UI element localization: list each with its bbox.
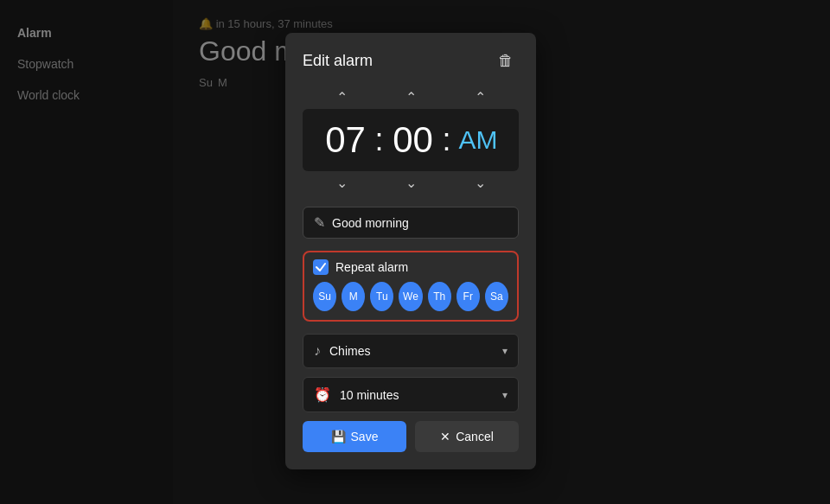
alarm-name-field[interactable]: ✎ [303,207,519,239]
repeat-checkbox[interactable] [313,259,329,275]
delete-alarm-button[interactable]: 🗑 [493,50,519,72]
time-period[interactable]: AM [455,125,502,155]
delete-icon: 🗑 [498,52,514,69]
repeat-header: Repeat alarm [313,259,508,275]
cancel-label: Cancel [456,430,494,443]
minutes-up-button[interactable]: ⌃ [399,86,424,109]
dialog-header: Edit alarm 🗑 [303,50,519,72]
time-minutes[interactable]: 00 [387,119,439,161]
time-separator-2: : [443,122,451,158]
day-btn-we[interactable]: We [399,282,422,311]
save-button[interactable]: 💾 Save [303,421,406,452]
cancel-icon: ✕ [440,430,450,443]
snooze-chevron-icon: ▾ [502,389,508,401]
period-down-button[interactable]: ⌄ [468,171,493,195]
day-btn-m[interactable]: M [342,282,365,311]
repeat-label: Repeat alarm [335,260,408,274]
day-btn-th[interactable]: Th [428,282,451,311]
sound-dropdown[interactable]: ♪ Chimes ▾ [303,334,519,368]
snooze-dropdown[interactable]: ⏰ 10 minutes ▾ [303,377,519,412]
repeat-section: Repeat alarm Su M Tu We Th Fr Sa [303,251,519,322]
period-up-button[interactable]: ⌃ [468,86,493,109]
edit-icon: ✎ [314,214,325,231]
time-display: 07 : 00 : AM [303,109,519,171]
save-icon: 💾 [331,430,346,443]
day-btn-fr[interactable]: Fr [456,282,480,311]
hours-down-button[interactable]: ⌄ [329,171,354,195]
minutes-down-button[interactable]: ⌄ [399,171,424,195]
sound-chevron-icon: ▾ [502,345,508,357]
checkmark-icon [316,262,326,272]
save-label: Save [351,430,379,443]
hours-up-button[interactable]: ⌃ [329,86,354,109]
alarm-name-input[interactable] [332,216,508,230]
cancel-button[interactable]: ✕ Cancel [415,421,519,452]
snooze-label: 10 minutes [340,388,502,402]
sound-icon: ♪ [314,343,321,359]
edit-alarm-dialog: Edit alarm 🗑 ⌃ ⌃ ⌃ 07 : 00 : AM ⌄ ⌄ ⌄ ✎ [285,33,536,469]
dialog-title: Edit alarm [303,52,373,70]
day-btn-tu[interactable]: Tu [370,282,393,311]
time-hours[interactable]: 07 [319,119,371,161]
snooze-icon: ⏰ [314,386,331,403]
dialog-footer: 💾 Save ✕ Cancel [303,421,519,452]
day-btn-sa[interactable]: Sa [485,282,508,311]
sound-label: Chimes [329,344,502,358]
day-btn-su[interactable]: Su [313,282,336,311]
days-row: Su M Tu We Th Fr Sa [313,282,508,311]
time-separator-1: : [374,122,383,158]
